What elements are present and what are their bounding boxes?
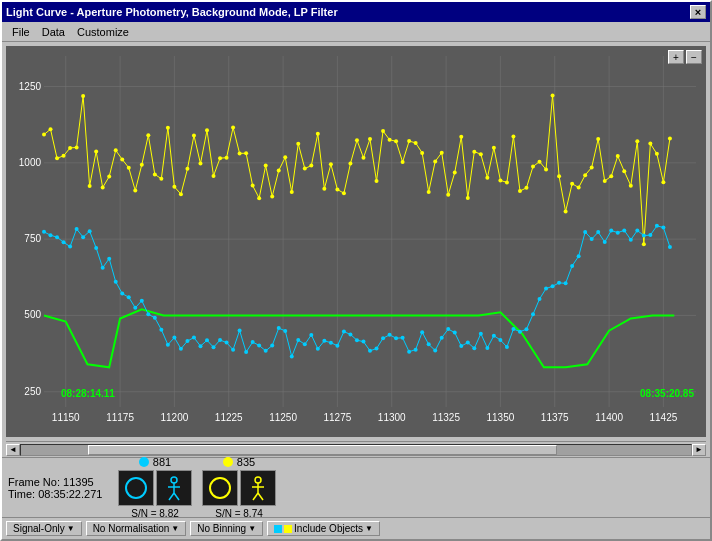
legend-top-cyan: 881 — [139, 456, 171, 468]
legend-dot-cyan — [139, 457, 149, 467]
no-binning-arrow: ▼ — [248, 524, 256, 533]
no-binning-button[interactable]: No Binning ▼ — [190, 521, 263, 536]
status-bar: Frame No: 11395 Time: 08:35:22.271 881 — [2, 457, 710, 517]
zoom-controls: + − — [668, 50, 702, 64]
svg-point-6 — [210, 478, 230, 498]
scroll-thumb[interactable] — [88, 445, 557, 455]
title-bar: Light Curve - Aperture Photometry, Backg… — [2, 2, 710, 22]
close-button[interactable]: × — [690, 5, 706, 19]
figure-icon-yellow — [243, 473, 273, 503]
signal-only-arrow: ▼ — [67, 524, 75, 533]
include-objects-button[interactable]: Include Objects ▼ — [267, 521, 380, 536]
svg-line-5 — [174, 493, 179, 500]
no-binning-label: No Binning — [197, 523, 246, 534]
menu-bar: File Data Customize — [2, 22, 710, 42]
scroll-left-arrow[interactable]: ◄ — [6, 444, 20, 456]
circle-icon-cyan — [121, 473, 151, 503]
svg-line-10 — [253, 493, 258, 500]
legend-thumb-circle-cyan — [118, 470, 154, 506]
legend-item-yellow: 835 — [202, 456, 276, 519]
scroll-right-arrow[interactable]: ► — [692, 444, 706, 456]
chart-canvas — [6, 46, 706, 437]
bottom-toolbar: Signal-Only ▼ No Normalisation ▼ No Binn… — [2, 517, 710, 539]
legend-thumbnails-cyan — [118, 470, 192, 506]
zoom-out-button[interactable]: − — [686, 50, 702, 64]
no-normalisation-button[interactable]: No Normalisation ▼ — [86, 521, 187, 536]
signal-only-button[interactable]: Signal-Only ▼ — [6, 521, 82, 536]
legend-thumbnails-yellow — [202, 470, 276, 506]
timestamp-left: 08:28:14.11 — [61, 388, 115, 399]
chart-area: + − 08:28:14.11 08:35:20.85 — [6, 46, 706, 437]
no-normalisation-label: No Normalisation — [93, 523, 170, 534]
legend-thumb-figure-cyan — [156, 470, 192, 506]
no-normalisation-arrow: ▼ — [171, 524, 179, 533]
frame-row: Frame No: 11395 — [8, 476, 108, 488]
menu-customize[interactable]: Customize — [71, 25, 135, 39]
time-label: Time: — [8, 488, 35, 500]
window-title: Light Curve - Aperture Photometry, Backg… — [6, 6, 338, 18]
legend-thumb-circle-yellow — [202, 470, 238, 506]
include-objects-arrow: ▼ — [365, 524, 373, 533]
legend-dot-yellow — [223, 457, 233, 467]
frame-label: Frame No: — [8, 476, 60, 488]
svg-line-11 — [258, 493, 263, 500]
figure-icon-cyan — [159, 473, 189, 503]
svg-point-0 — [126, 478, 146, 498]
frame-info: Frame No: 11395 Time: 08:35:22.271 — [8, 476, 108, 500]
svg-point-1 — [171, 477, 177, 483]
legend-top-yellow: 835 — [223, 456, 255, 468]
scroll-track[interactable] — [20, 444, 692, 456]
legend-section: 881 — [118, 456, 276, 519]
zoom-in-button[interactable]: + — [668, 50, 684, 64]
horizontal-scrollbar[interactable]: ◄ ► — [6, 441, 706, 457]
time-value: 08:35:22.271 — [38, 488, 102, 500]
signal-only-label: Signal-Only — [13, 523, 65, 534]
include-objects-label: Include Objects — [294, 523, 363, 534]
legend-item-cyan: 881 — [118, 456, 192, 519]
menu-file[interactable]: File — [6, 25, 36, 39]
svg-line-4 — [169, 493, 174, 500]
main-window: Light Curve - Aperture Photometry, Backg… — [0, 0, 712, 541]
legend-number-cyan: 881 — [153, 456, 171, 468]
color-swatch-cyan — [274, 525, 282, 533]
timestamp-right: 08:35:20.85 — [640, 388, 694, 399]
menu-data[interactable]: Data — [36, 25, 71, 39]
time-row: Time: 08:35:22.271 — [8, 488, 108, 500]
frame-value: 11395 — [63, 476, 94, 488]
legend-number-yellow: 835 — [237, 456, 255, 468]
legend-thumb-figure-yellow — [240, 470, 276, 506]
color-swatch-yellow — [284, 525, 292, 533]
svg-point-7 — [255, 477, 261, 483]
circle-icon-yellow — [205, 473, 235, 503]
